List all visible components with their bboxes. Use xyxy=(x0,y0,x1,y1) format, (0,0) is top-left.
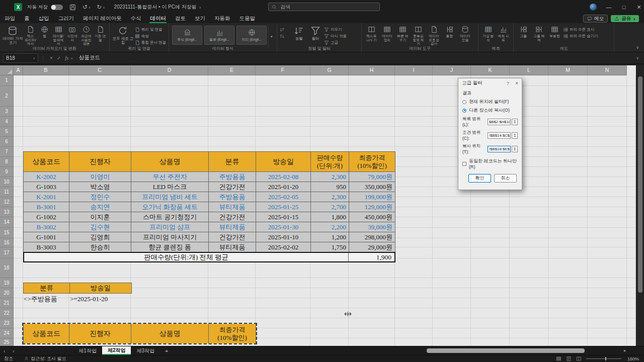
ungroup-button[interactable]: 그룹 해제 xyxy=(532,25,546,42)
cell-header-broadcast-date[interactable]: 방송일 xyxy=(256,152,311,172)
forecast-sheet-button[interactable]: 예측 시트 xyxy=(497,25,511,42)
cell[interactable]: 김수현 xyxy=(69,222,131,232)
cell[interactable]: B-3001 xyxy=(24,202,69,212)
cell[interactable]: 뷰티제품 xyxy=(209,242,256,252)
cell-header-sales-qty[interactable]: 판매수량 (단위:개) xyxy=(311,152,349,172)
row-header-13[interactable]: 13 xyxy=(0,207,14,217)
cell[interactable]: 2025-01-15 xyxy=(256,212,311,222)
cell[interactable]: 박소영 xyxy=(69,182,131,192)
cell[interactable]: 39,000원 xyxy=(349,222,395,232)
share-button[interactable]: 공유 ∨ xyxy=(611,15,639,22)
accessibility-status[interactable]: 접근성: 조사 필요 xyxy=(24,355,66,362)
cell-header-product-code[interactable]: 상품코드 xyxy=(24,152,69,172)
page-break-view-icon[interactable] xyxy=(576,356,582,361)
undo-icon[interactable]: ↺∨ xyxy=(83,4,91,11)
minimize-button[interactable]: — xyxy=(601,0,616,14)
sheet-tab-1[interactable]: 제1작업 xyxy=(73,346,102,355)
row-header-11[interactable]: 11 xyxy=(0,187,14,197)
cell[interactable]: G-1003 xyxy=(24,182,69,192)
cell[interactable]: 2025-01-10 xyxy=(256,232,311,242)
column-header-H[interactable]: H xyxy=(349,65,395,75)
cell-header-product-name[interactable]: 상품명 xyxy=(131,152,209,172)
advanced-filter-button[interactable]: 고급 xyxy=(324,39,347,46)
from-web-button[interactable]: 웹 xyxy=(38,25,51,38)
cell[interactable]: 프리미엄 샴프 xyxy=(131,222,209,232)
zoom-slider-thumb[interactable] xyxy=(605,357,606,360)
column-header-J[interactable]: J xyxy=(433,65,471,75)
column-header-K[interactable]: K xyxy=(471,65,510,75)
row-header-25[interactable]: 25 xyxy=(0,338,14,346)
dialog-title-bar[interactable]: 고급 필터 ? × xyxy=(458,78,522,87)
group-button[interactable]: 그룹 xyxy=(516,25,531,38)
cell[interactable]: 주방용품 xyxy=(209,192,256,202)
row-header-10[interactable]: 10 xyxy=(0,177,14,187)
cell[interactable]: 건강가전 xyxy=(209,232,256,242)
cell[interactable]: 이지훈 xyxy=(69,212,131,222)
cell[interactable]: 79,000원 xyxy=(349,172,395,182)
hide-detail-button[interactable]: 하위 수준 숨기기 xyxy=(563,33,598,39)
cell[interactable]: 350,000원 xyxy=(349,182,395,192)
cell[interactable]: 송지연 xyxy=(69,202,131,212)
cell[interactable]: 2025-02-05 xyxy=(256,192,311,202)
column-header-F[interactable]: F xyxy=(256,65,310,75)
cell[interactable]: 한승히 xyxy=(69,242,131,252)
criteria-range-input[interactable]: !$B$14:$C$15 xyxy=(488,132,511,139)
row-header-4[interactable]: 4 xyxy=(0,117,14,127)
cell[interactable]: 29,000원 xyxy=(349,242,395,252)
criteria-value-date[interactable]: >=2025-01-20 xyxy=(69,294,131,304)
row-header-16[interactable]: 16 xyxy=(0,238,14,247)
tab-data[interactable]: 데이터 xyxy=(145,14,171,23)
criteria-header-date[interactable]: 방송일 xyxy=(70,283,132,294)
list-range-input[interactable]: $B$2:$H$10 xyxy=(488,119,511,125)
save-icon[interactable] xyxy=(69,4,76,11)
what-if-analysis-button[interactable]: 가상 분석 xyxy=(481,25,496,42)
row-header-18[interactable]: 18 xyxy=(0,258,14,278)
column-header-B[interactable]: B xyxy=(23,65,69,75)
clear-filter-button[interactable]: 지우기 xyxy=(324,26,347,33)
summary-value-cell[interactable]: 1,900 xyxy=(348,253,394,261)
data-types-gallery-more[interactable]: ▾ xyxy=(268,26,274,48)
cell[interactable]: 1,800 xyxy=(311,212,349,222)
zoom-slider[interactable] xyxy=(586,358,621,359)
confirm-entry-icon[interactable]: ✓ xyxy=(57,55,61,61)
sheet-tab-3[interactable]: 제3작업 xyxy=(131,346,160,355)
sheet-tab-2-active[interactable]: 제2작업 xyxy=(102,346,131,355)
show-detail-button[interactable]: 하위 수준 표시 xyxy=(563,26,598,33)
cell[interactable]: 2,300 xyxy=(311,172,349,182)
cell[interactable]: 950 xyxy=(311,182,349,192)
remove-duplicates-button[interactable]: 중복된 항목 제거 xyxy=(411,25,426,46)
search-input[interactable] xyxy=(279,4,372,10)
output-header-host[interactable]: 진행자 xyxy=(69,324,131,343)
comments-button[interactable]: 메모 xyxy=(583,15,608,23)
cell[interactable]: 정민수 xyxy=(69,192,131,202)
page-layout-view-icon[interactable] xyxy=(566,356,572,361)
autosave-toggle[interactable] xyxy=(51,5,63,10)
consolidate-button[interactable]: 통합 xyxy=(442,25,457,38)
sort-desc-button[interactable] xyxy=(280,33,290,39)
tab-insert[interactable]: 삽입 xyxy=(34,14,54,23)
refresh-all-button[interactable]: 모두 새로 고침 xyxy=(112,25,134,45)
cell-header-category[interactable]: 분류 xyxy=(209,152,256,172)
insert-function-icon[interactable]: fx xyxy=(65,55,68,61)
cell[interactable]: 2025-01-25 xyxy=(256,202,311,212)
row-header-2[interactable]: 2 xyxy=(0,86,14,107)
row-header-9[interactable]: 9 xyxy=(0,167,14,177)
cell[interactable]: 무선 주전자 xyxy=(131,172,209,182)
row-header-3[interactable]: 3 xyxy=(0,107,14,117)
cell[interactable]: 이영미 xyxy=(69,172,131,182)
vertical-scrollbar-thumb[interactable] xyxy=(638,76,642,293)
ok-button[interactable]: 확인 xyxy=(468,174,491,183)
cell-header-final-price[interactable]: 최종가격 (10%할인) xyxy=(349,152,395,172)
cell[interactable]: 프리미엄 마사지기 xyxy=(131,232,209,242)
search-box[interactable] xyxy=(268,3,380,11)
cell[interactable]: 450,000원 xyxy=(349,212,395,222)
cell[interactable]: 199,000원 xyxy=(349,192,395,202)
tab-home[interactable]: 홈 xyxy=(20,14,34,23)
column-header-N[interactable]: N xyxy=(588,65,627,75)
output-header-product-name[interactable]: 상품명 xyxy=(131,324,209,343)
cell[interactable]: 2,200 xyxy=(311,222,349,232)
tab-help[interactable]: 도움말 xyxy=(234,14,260,23)
reapply-filter-button[interactable]: 다시 적용 xyxy=(324,33,347,39)
tab-formulas[interactable]: 수식 xyxy=(126,14,145,23)
tab-page-layout[interactable]: 페이지 레이아웃 xyxy=(78,14,126,23)
